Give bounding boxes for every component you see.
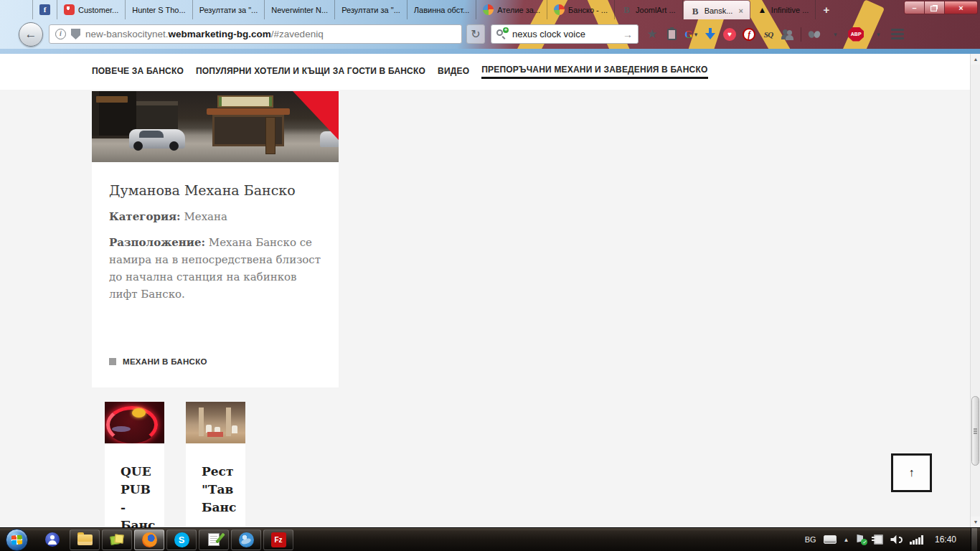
- tab-close-icon[interactable]: ×: [738, 6, 743, 15]
- start-button[interactable]: [6, 529, 28, 551]
- new-tab-button[interactable]: +: [816, 0, 837, 19]
- taskbar-skype-button[interactable]: S: [166, 529, 197, 550]
- search-input[interactable]: nexus clock voice: [512, 29, 618, 39]
- related-card-title[interactable]: QUE PUB - Банс: [121, 463, 161, 527]
- browser-tab[interactable]: ▲ Infinitive ...: [750, 0, 816, 19]
- clock[interactable]: 16:40: [935, 534, 956, 545]
- keyboard-icon[interactable]: [824, 535, 837, 544]
- chevron-down-icon[interactable]: ▾: [872, 27, 885, 42]
- browser-tab[interactable]: Резултати за "...: [335, 0, 407, 19]
- reload-button[interactable]: ↻: [466, 24, 485, 44]
- taskbar-person-icon[interactable]: [45, 532, 60, 547]
- pub-thumbnail[interactable]: [105, 402, 164, 443]
- adblock-plus-icon[interactable]: ABP: [848, 27, 864, 42]
- browser-tab[interactable]: Neverwinter N...: [265, 0, 335, 19]
- page-viewport: ПОВЕЧЕ ЗА БАНСКО ПОПУЛЯРНИ ХОТЕЛИ И КЪЩИ…: [0, 54, 970, 527]
- taskbar-filezilla-button[interactable]: Fz: [263, 529, 293, 550]
- tracking-shield-icon[interactable]: [71, 29, 80, 39]
- filezilla-icon: Fz: [271, 532, 286, 547]
- skype-icon: S: [174, 532, 189, 547]
- toolbar-icons: ★ G▾ ♥ f SQ ▾ ABP ▾: [646, 27, 904, 42]
- addon-moth-icon[interactable]: [808, 27, 821, 42]
- tab-label: Резултати за "...: [199, 6, 258, 14]
- browser-tab[interactable]: Customer...: [57, 0, 126, 19]
- scrollbar-up-arrow[interactable]: ▲: [971, 54, 980, 65]
- show-desktop-button[interactable]: [971, 528, 977, 551]
- url-bar[interactable]: i new-banskocitynet.webmarketing-bg.com/…: [49, 24, 462, 44]
- search-bar[interactable]: + nexus clock voice →: [491, 24, 639, 44]
- article-body: Думанова Механа Банско Категория: Механа…: [92, 182, 339, 303]
- url-text[interactable]: new-banskocitynet.webmarketing-bg.com/#z…: [85, 29, 324, 39]
- taskbar-apps: S Fz: [70, 529, 293, 550]
- chevron-down-icon: ▾: [694, 31, 698, 38]
- customer-favicon: [64, 4, 75, 15]
- restore-button[interactable]: [925, 1, 945, 14]
- search-engine-icon[interactable]: +: [496, 29, 508, 40]
- notepad-icon: [208, 533, 220, 546]
- taskbar-notepad-button[interactable]: [199, 529, 229, 550]
- scrollbar-thumb[interactable]: [971, 396, 979, 466]
- moth-glyph: [809, 29, 820, 39]
- downloads-icon[interactable]: [704, 27, 717, 42]
- scrollbar-down-arrow[interactable]: ▼: [971, 517, 980, 527]
- scrollbar-grip: [974, 428, 977, 430]
- show-hidden-icons-arrow[interactable]: ▲: [844, 537, 849, 543]
- nav-item-more-about-bansko[interactable]: ПОВЕЧЕ ЗА БАНСКО: [92, 66, 184, 78]
- article-title[interactable]: Думанова Механа Банско: [109, 182, 321, 198]
- browser-tab[interactable]: Банско - ...: [547, 0, 615, 19]
- joomla-icon: [483, 4, 494, 15]
- browser-tab[interactable]: Hunter S Tho...: [126, 0, 192, 19]
- related-card-restaurant[interactable]: Рест "Тав Банс Рест: [186, 402, 245, 527]
- tab-label: Банско - ...: [568, 6, 608, 14]
- related-card-queens-pub[interactable]: QUE PUB - Банс: [105, 402, 164, 527]
- flash-glyph: f: [743, 28, 755, 41]
- language-indicator[interactable]: BG: [805, 535, 816, 544]
- nav-item-video[interactable]: ВИДЕО: [438, 66, 469, 78]
- clipboard-icon[interactable]: [665, 27, 678, 42]
- minimize-button[interactable]: –: [904, 1, 925, 14]
- tab-bar: f Customer... Hunter S Tho... Резултати …: [0, 0, 900, 19]
- browser-tab[interactable]: B JoomlArt ...: [615, 0, 683, 19]
- nav-item-hotels[interactable]: ПОПУЛЯРНИ ХОТЕЛИ И КЪЩИ ЗА ГОСТИ В БАНСК…: [196, 66, 425, 78]
- close-button[interactable]: ×: [945, 1, 978, 14]
- taskbar-firefox-button[interactable]: [134, 529, 164, 550]
- google-toolbar-icon[interactable]: G▾: [684, 27, 697, 42]
- person-head: [50, 535, 55, 540]
- download-arrow: [705, 28, 715, 41]
- search-go-icon[interactable]: →: [623, 29, 633, 40]
- restaurant-thumbnail[interactable]: [186, 402, 245, 443]
- browser-tab[interactable]: Лавинна обст...: [407, 0, 476, 19]
- browser-scrollbar[interactable]: ▲ ▼: [970, 54, 980, 527]
- action-center-icon[interactable]: ✓: [856, 534, 867, 545]
- taskbar-thunderbird-button[interactable]: [231, 529, 261, 550]
- speaker-icon[interactable]: [890, 534, 903, 545]
- browser-tab[interactable]: Ателие за...: [476, 0, 547, 19]
- abp-badge: ABP: [848, 27, 864, 42]
- flash-icon[interactable]: f: [743, 27, 755, 42]
- pocket-icon[interactable]: ♥: [723, 27, 736, 42]
- bookmark-star-icon[interactable]: ★: [646, 27, 659, 42]
- accounts-icon[interactable]: [781, 27, 794, 42]
- network-signal-icon[interactable]: [910, 535, 923, 545]
- page-info-icon[interactable]: i: [55, 29, 66, 39]
- restaurant-table: [207, 432, 223, 437]
- taskbar-sticky-notes-button[interactable]: [102, 529, 132, 550]
- tag-label[interactable]: МЕХАНИ В БАНСКО: [123, 357, 207, 366]
- article-tag[interactable]: МЕХАНИ В БАНСКО: [109, 357, 207, 366]
- menu-hamburger-icon[interactable]: [891, 27, 904, 42]
- related-card-title[interactable]: Рест "Тав Банс Рест: [202, 463, 242, 527]
- sq-extension-icon[interactable]: SQ: [762, 27, 775, 42]
- category-label: Категория:: [109, 210, 181, 223]
- back-button[interactable]: ←: [19, 22, 43, 47]
- safely-remove-hardware-icon[interactable]: [874, 534, 883, 545]
- article-photo[interactable]: [92, 91, 339, 162]
- scroll-to-top-button[interactable]: ↑: [891, 453, 932, 492]
- desktop-screen: f Customer... Hunter S Tho... Резултати …: [0, 0, 980, 551]
- browser-tab[interactable]: Резултати за "...: [193, 0, 265, 19]
- nav-item-recommended-mehani[interactable]: ПРЕПОРЪЧАНИ МЕХАНИ И ЗАВЕДЕНИЯ В БАНСКО: [481, 65, 707, 79]
- browser-tab-active[interactable]: B Bansk... ×: [683, 0, 750, 19]
- photo-balcony: [96, 96, 128, 103]
- taskbar-explorer-button[interactable]: [70, 529, 100, 550]
- chevron-down-icon[interactable]: ▾: [829, 27, 842, 42]
- tab-facebook-pinned[interactable]: f: [32, 0, 57, 19]
